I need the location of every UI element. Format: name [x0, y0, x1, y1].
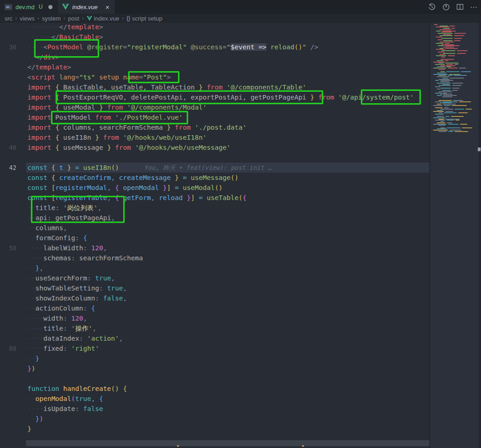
code-token: , [119, 335, 123, 342]
code-token [51, 94, 55, 101]
code-line-42[interactable]: 42const { t } = useI18n()You, 昨天 • feat(… [0, 163, 429, 173]
minimap-row [433, 122, 477, 123]
code-line-36[interactable]: import { useModal } from '@/components/M… [0, 102, 429, 112]
minimap-gutter [479, 23, 481, 448]
code-token: isUpdate [43, 405, 75, 412]
minimap-row [433, 81, 477, 82]
code-token: () [230, 174, 238, 181]
code-line-59[interactable]: ····dataIndex: 'action', [0, 333, 429, 343]
minimap-code-segment [440, 59, 454, 60]
code-line-45[interactable]: const [registerTable, { getForm, reload … [0, 193, 429, 203]
code-line-43[interactable]: const { createConfirm, createMessage } =… [0, 173, 429, 183]
code-line-58[interactable]: ····title: '操作', [0, 323, 429, 333]
breadcrumb-item-views[interactable]: views [20, 15, 35, 22]
code-line-31[interactable]: ··</div> [0, 52, 429, 62]
code-text: import { useI18n } from '@/hooks/web/use… [27, 132, 207, 142]
code-line-55[interactable]: ··showIndexColumn: false, [0, 293, 429, 303]
minimap-row [433, 117, 477, 118]
code-line-62[interactable]: }) [0, 364, 429, 374]
code-line-52[interactable]: ··}, [0, 263, 429, 273]
breadcrumb-item-script-setup[interactable]: {}script setup [126, 15, 162, 22]
tab-index-vue[interactable]: index.vue × [58, 0, 115, 14]
more-actions-icon[interactable]: ⋯ [470, 3, 477, 11]
split-editor-icon[interactable] [456, 3, 464, 11]
code-line-46[interactable]: ··title: '岗位列表', [0, 203, 429, 213]
code-line-63[interactable] [0, 374, 429, 384]
code-line-38[interactable]: import { columns, searchFormSchema } fro… [0, 122, 429, 132]
code-token: " [227, 43, 231, 51]
code-line-47[interactable]: ··api: getPostPageApi, [0, 213, 429, 223]
code-line-54[interactable]: ··showTableSetting: true, [0, 283, 429, 293]
minimap-row [433, 93, 477, 94]
breadcrumb-item-post[interactable]: post [68, 15, 79, 22]
minimap-row [433, 59, 477, 60]
code-line-35[interactable]: import { PostExportReqVO, deletePostApi,… [0, 92, 429, 102]
code-token [131, 144, 135, 151]
code-line-50[interactable]: 50····labelWidth: 120, [0, 243, 429, 253]
minimap-code-segment [438, 33, 453, 34]
code-token: createMessage [119, 174, 175, 181]
code-token: { [243, 194, 247, 201]
code-line-61[interactable]: ··} [0, 353, 429, 364]
code-token: ···· [27, 345, 43, 352]
code-token: columns, searchFormSchema [59, 124, 167, 131]
breadcrumb-item-index-vue[interactable]: index.vue [87, 15, 120, 22]
code-text: ··showIndexColumn: false, [27, 293, 127, 303]
line-number[interactable]: 60 [0, 343, 16, 353]
code-line-33[interactable]: <script lang="ts" setup name="Post"> [0, 72, 429, 82]
line-number[interactable]: 30 [0, 42, 16, 52]
code-line-41[interactable] [0, 153, 429, 163]
minimap-row [433, 48, 477, 49]
run-icon[interactable] [442, 3, 450, 11]
code-line-32[interactable]: </template> [0, 62, 429, 72]
code-line-65[interactable]: ··openModal(true, { [0, 394, 429, 404]
code-token: './post.data' [195, 124, 247, 131]
minimap[interactable] [429, 23, 481, 448]
code-line-40[interactable]: 40import { useMessage } from '@/hooks/we… [0, 142, 429, 153]
breadcrumb-item-src[interactable]: src [5, 15, 12, 22]
minimap-row [433, 34, 477, 35]
tab-dev-md[interactable]: M↓ dev.md U [0, 0, 58, 14]
minimap-code-segment [439, 48, 444, 49]
code-line-30[interactable]: 30····<PostModel @register="registerModa… [0, 42, 429, 52]
code-line-34[interactable]: import { BasicTable, useTable, TableActi… [0, 82, 429, 92]
code-line-29[interactable]: ······</BasicTable> [0, 32, 429, 42]
unsaved-dot-icon[interactable] [48, 5, 52, 9]
minimap-row [433, 74, 477, 75]
scrollbar-thumb[interactable] [478, 148, 481, 151]
code-line-66[interactable]: ····isUpdate: false [0, 404, 429, 414]
code-token: from [207, 84, 223, 91]
minimap-code-segment [439, 63, 444, 63]
code-line-67[interactable]: ··}) [0, 414, 429, 424]
code-line-57[interactable]: ····width: 120, [0, 313, 429, 323]
code-token: 'action' [87, 335, 119, 342]
code-line-44[interactable]: const [registerModal, { openModal }] = u… [0, 183, 429, 193]
code-line-53[interactable]: ··useSearchForm: true, [0, 273, 429, 283]
close-icon[interactable]: × [105, 3, 110, 11]
minimap-code-segment [445, 111, 453, 112]
code-line-37[interactable]: import PostModel from './PostModel.vue' [0, 112, 429, 122]
code-line-49[interactable]: ··formConfig: { [0, 233, 429, 243]
code-line-68[interactable]: } [0, 424, 429, 434]
code-line-60[interactable]: 60····fixed: 'right' [0, 343, 429, 353]
code-line-28[interactable]: ········</template> [0, 23, 429, 32]
minimap-code-segment [461, 71, 471, 72]
timeline-icon[interactable] [428, 3, 436, 11]
minimap-code-segment [465, 109, 472, 110]
code-line-64[interactable]: function handleCreate() { [0, 384, 429, 394]
code-line-56[interactable]: ··actionColumn: { [0, 303, 429, 313]
breadcrumb-item-system[interactable]: system [42, 15, 61, 22]
code-line-48[interactable]: ··columns, [0, 223, 429, 233]
horizontal-scrollbar[interactable] [26, 440, 429, 446]
code-line-39[interactable]: import { useI18n } from '@/hooks/web/use… [0, 132, 429, 142]
line-number[interactable]: 40 [0, 142, 16, 153]
code-editor[interactable]: ········</template>······</BasicTable>30… [0, 23, 429, 448]
code-token: ···· [27, 315, 43, 322]
line-number[interactable]: 50 [0, 243, 16, 253]
code-token: ···· [27, 244, 43, 252]
line-number[interactable]: 42 [0, 163, 16, 173]
minimap-code-segment [445, 60, 449, 61]
code-line-51[interactable]: ····schemas: searchFormSchema [0, 253, 429, 263]
code-token: " [302, 43, 306, 51]
minimap-code-segment [447, 122, 452, 123]
